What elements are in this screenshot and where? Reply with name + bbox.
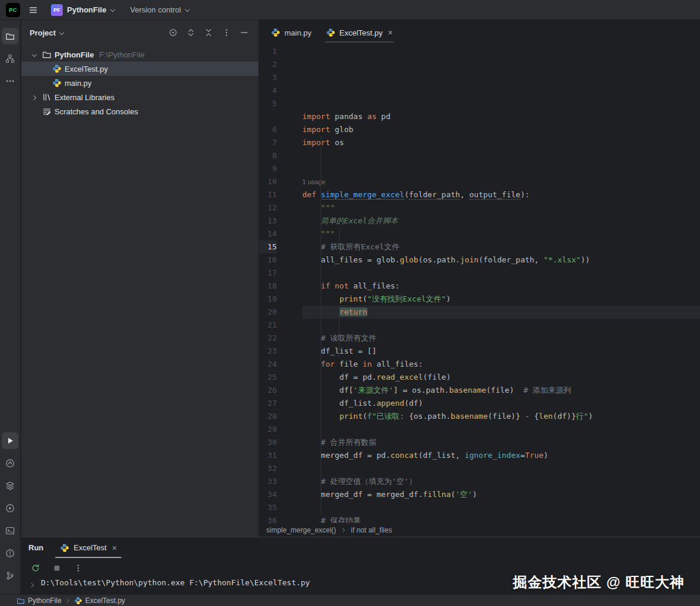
tree-item-label: ExcelTest.py <box>65 65 108 73</box>
tab-mainpy[interactable]: main.py <box>264 20 319 45</box>
tab-label: main.py <box>285 28 312 37</box>
fold-chevron-icon[interactable] <box>30 581 35 589</box>
project-tool-icon[interactable] <box>2 28 18 44</box>
chevron-right-icon <box>341 528 346 533</box>
statusbar-project-crumb[interactable]: PythonFile <box>17 597 62 605</box>
statusbar-file-label: ExcelTest.py <box>85 597 125 605</box>
tree-item-scratches[interactable]: Scratches and Consoles <box>21 104 258 118</box>
project-view-selector[interactable]: Project <box>30 28 65 37</box>
chevron-down-icon <box>185 7 190 12</box>
close-icon[interactable]: × <box>112 544 117 552</box>
folder-icon <box>17 597 25 605</box>
indent-guide <box>339 306 340 358</box>
terminal-icon[interactable] <box>2 522 18 539</box>
project-badge: PF <box>51 4 63 16</box>
chevron-down-icon <box>59 30 65 36</box>
main-menu-icon[interactable] <box>25 3 41 17</box>
profiler-icon[interactable] <box>2 500 18 517</box>
code-region: 1234567891011121314151617181920212223242… <box>259 45 700 523</box>
title-bar: PC PF PythonFile Version control <box>0 0 700 20</box>
tree-item-mainpy[interactable]: main.py <box>21 76 258 90</box>
console-output-line: D:\Tools\test\Python\python.exe F:\Pytho… <box>41 578 310 587</box>
chevron-right-icon <box>32 95 37 100</box>
python-file-icon <box>52 78 62 88</box>
folder-icon <box>42 50 52 59</box>
breadcrumb: simple_merge_excel() if not all_files <box>259 523 700 537</box>
indent-guide <box>321 136 321 514</box>
run-tab-exceltest[interactable]: ExcelTest × <box>55 537 122 558</box>
chevron-down-icon <box>32 52 37 57</box>
tool-window-stripe <box>0 20 21 594</box>
chevron-down-icon <box>110 7 116 12</box>
chevron-right-icon <box>66 598 70 602</box>
editor-tab-bar: main.py ExcelTest.py × <box>259 20 700 45</box>
tree-item-exceltest[interactable]: ExcelTest.py <box>21 62 258 76</box>
project-widget[interactable]: PF PythonFile <box>46 2 120 18</box>
python-file-icon <box>271 28 280 37</box>
libraries-icon <box>42 92 52 102</box>
tree-item-path-hint: F:\PythonFile <box>99 50 145 59</box>
run-panel-header: Run ExcelTest × <box>21 537 700 558</box>
statusbar-project-label: PythonFile <box>28 597 62 605</box>
python-file-icon <box>74 597 82 605</box>
project-panel: Project PythonFile F:\Pyth <box>21 20 259 537</box>
tree-item-external-libraries[interactable]: External Libraries <box>21 90 258 104</box>
select-opened-file-icon[interactable] <box>166 25 180 40</box>
collapse-all-icon[interactable] <box>202 25 216 40</box>
project-tree: PythonFile F:\PythonFile ExcelTest.py ma… <box>21 45 258 118</box>
tree-item-label: External Libraries <box>55 93 114 102</box>
tree-item-label: Scratches and Consoles <box>55 107 138 116</box>
structure-icon[interactable] <box>2 50 18 67</box>
python-file-icon <box>326 28 335 37</box>
more-options-icon[interactable] <box>72 562 84 574</box>
python-file-icon <box>52 64 62 73</box>
version-control-icon[interactable] <box>2 567 18 584</box>
hide-panel-icon[interactable] <box>237 25 251 40</box>
rerun-icon[interactable] <box>30 562 41 574</box>
project-widget-label: PythonFile <box>67 5 106 14</box>
watermark-text: 掘金技术社区 @ 旺旺大神 <box>513 573 685 592</box>
stop-icon[interactable] <box>51 562 63 574</box>
tree-item-label: main.py <box>65 79 92 88</box>
python-console-icon[interactable] <box>2 455 18 472</box>
run-tab-label: ExcelTest <box>73 543 107 552</box>
services-icon[interactable] <box>2 477 18 494</box>
editor-gutter[interactable]: 1234567891011121314151617181920212223242… <box>259 45 302 523</box>
tab-label: ExcelTest.py <box>340 28 383 37</box>
expand-all-icon[interactable] <box>184 25 198 40</box>
tab-exceltest[interactable]: ExcelTest.py × <box>319 20 400 45</box>
python-run-icon <box>60 543 69 553</box>
scratches-icon <box>42 107 52 116</box>
problems-icon[interactable] <box>2 545 18 562</box>
indent-guide <box>339 227 340 254</box>
breadcrumb-statement[interactable]: if not all_files <box>351 526 392 534</box>
code-editor[interactable]: import pandas as pdimport globimport os1… <box>302 45 700 523</box>
breadcrumb-function[interactable]: simple_merge_excel() <box>266 526 336 534</box>
vcs-widget[interactable]: Version control <box>125 3 195 17</box>
tree-item-label: PythonFile <box>55 50 94 59</box>
pycharm-logo[interactable]: PC <box>6 3 20 17</box>
tree-item-pythonfile-root[interactable]: PythonFile F:\PythonFile <box>21 47 258 62</box>
more-tool-windows-icon[interactable] <box>2 73 18 89</box>
vcs-widget-label: Version control <box>130 5 181 14</box>
status-bar: PythonFile ExcelTest.py <box>0 594 700 606</box>
more-options-icon[interactable] <box>219 25 234 40</box>
project-panel-header: Project <box>21 20 258 45</box>
close-icon[interactable]: × <box>388 28 393 37</box>
editor-area: main.py ExcelTest.py × 12345678910111213… <box>259 20 700 537</box>
run-panel-title[interactable]: Run <box>28 543 43 552</box>
statusbar-file-crumb[interactable]: ExcelTest.py <box>74 597 125 605</box>
project-panel-title: Project <box>30 28 56 37</box>
run-tool-icon[interactable] <box>2 432 18 449</box>
